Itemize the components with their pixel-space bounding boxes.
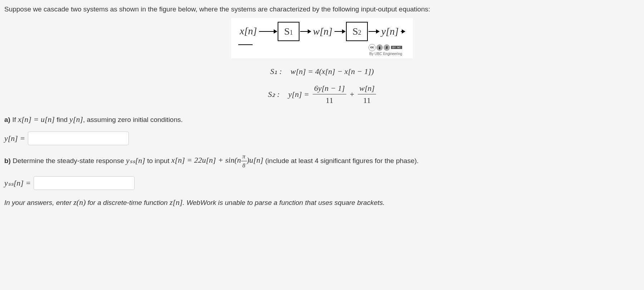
part-a-answer-input[interactable] [28,132,129,145]
system-s1-box: S1 [278,22,299,41]
part-a-answer-label: y[n] = [4,132,25,144]
footnote-text: In your answers, enter z(n) for a discre… [4,196,640,208]
cc-license-badge: cc $ BY NC By UBC Engineering [238,44,406,56]
arrow-icon [300,31,311,32]
part-b-prompt: b) Determine the steady-state response y… [4,152,640,170]
part-b-answer-label: yₛₛ[n] = [4,177,31,189]
by-icon [376,44,383,51]
signal-y-label: y[n] [380,24,400,39]
cc-icon: cc [369,44,376,51]
arrow-icon [259,31,277,32]
signal-x-label: x[n] [238,24,258,39]
arrow-icon [369,31,379,32]
system-s2-box: S2 [346,22,368,41]
arrow-icon [335,31,345,32]
diagram-container: x[n] S1 w[n] S2 y[n] cc [4,18,640,58]
signal-w-label: w[n] [312,24,334,39]
part-b-answer-input[interactable] [34,176,135,190]
cascade-diagram: x[n] S1 w[n] S2 y[n] cc [231,18,413,58]
arrow-icon [401,31,405,32]
svg-point-0 [379,46,380,47]
nc-icon: $ [384,44,390,51]
system-equations: S₁ : w[n] = 4(x[n] − x[n − 1]) S₂ : y[n]… [4,65,640,106]
cc-attribution-text: By UBC Engineering [369,52,402,56]
intro-text: Suppose we cascade two systems as shown … [4,4,640,15]
part-a-prompt: a) If x[n] = u[n] find y[n], assuming ze… [4,113,640,125]
